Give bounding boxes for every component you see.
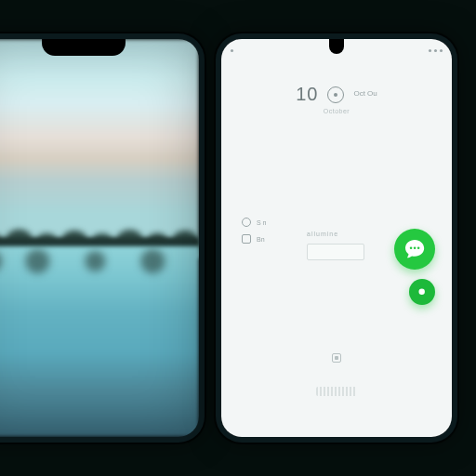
- status-left-icons: [231, 49, 233, 52]
- clock-ring-icon: [327, 86, 344, 103]
- widget-list: S n Bn: [242, 218, 267, 244]
- app-drawer-handle[interactable]: [332, 353, 341, 363]
- home-screen: 10 Oct Ou October S n Bn: [221, 39, 452, 437]
- widget-card[interactable]: [307, 244, 364, 260]
- widget-item-2-icon: [242, 234, 251, 244]
- record-icon: [415, 284, 429, 298]
- clock-sub-label: October: [221, 108, 452, 114]
- wallpaper: [0, 39, 199, 437]
- fab-secondary[interactable]: [409, 279, 435, 305]
- wifi-icon: [434, 49, 437, 52]
- widget-item-1-icon: [242, 218, 251, 227]
- phone-left: [0, 33, 205, 443]
- scene: 10 Oct Ou October S n Bn: [0, 0, 476, 476]
- notch-left: [42, 39, 126, 56]
- clock-label: Oct Ou: [353, 90, 377, 99]
- fab-primary[interactable]: [394, 229, 435, 270]
- signal-icon: [429, 49, 431, 52]
- screen-right[interactable]: 10 Oct Ou October S n Bn: [221, 39, 452, 437]
- chat-icon: [403, 238, 426, 260]
- widget-item-2-label: Bn: [257, 236, 265, 243]
- clock-label-top: Oct Ou: [353, 90, 377, 99]
- widget-section-label: allumine: [307, 231, 338, 237]
- widget-item-1[interactable]: S n: [242, 218, 267, 227]
- screen-left[interactable]: [0, 39, 199, 437]
- phone-right: 10 Oct Ou October S n Bn: [216, 33, 457, 443]
- status-dot: [231, 49, 233, 52]
- status-right-icons: [429, 49, 443, 52]
- clock-digits: 10: [296, 84, 318, 105]
- svg-point-0: [419, 289, 425, 295]
- wallpaper-vignette: [0, 39, 199, 437]
- notch-right: [329, 39, 344, 54]
- widget-item-1-label: S n: [257, 219, 267, 226]
- gesture-hint-bar: [316, 387, 357, 396]
- battery-icon: [440, 49, 443, 52]
- widget-item-2[interactable]: Bn: [242, 234, 267, 244]
- clock-widget[interactable]: 10 Oct Ou: [221, 84, 452, 105]
